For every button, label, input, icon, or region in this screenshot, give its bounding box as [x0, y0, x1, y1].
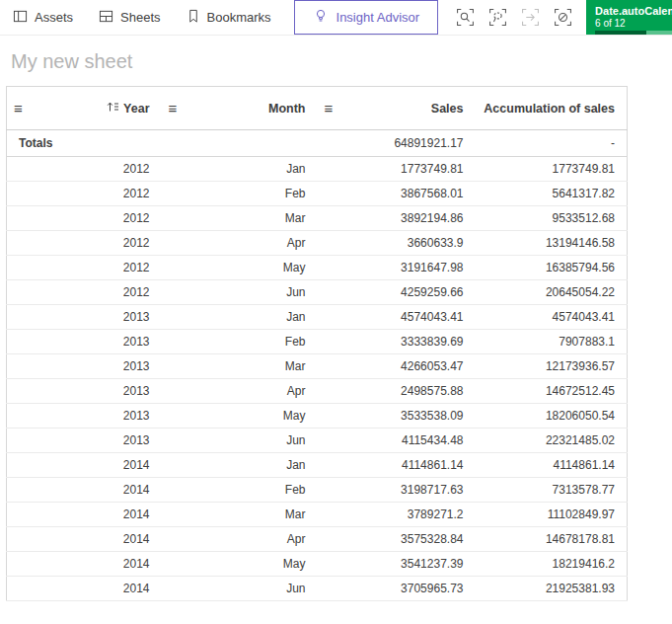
column-menu-icon[interactable]: ≡ [14, 101, 23, 116]
cell-sales: 3533538.09 [318, 404, 476, 429]
cell-accumulation: 4574043.41 [476, 305, 628, 330]
insight-advisor-button[interactable]: Insight Advisor [294, 0, 439, 35]
cell-year[interactable]: 2012 [7, 182, 162, 206]
cell-month[interactable]: Apr [162, 379, 318, 404]
cell-year[interactable]: 2014 [7, 503, 162, 527]
cell-accumulation: 7313578.77 [476, 478, 628, 503]
cell-year[interactable]: 2014 [7, 577, 162, 601]
table-row: 2014Apr3575328.8414678178.81 [7, 527, 628, 552]
bookmark-icon [187, 9, 200, 27]
lasso-selections-icon[interactable] [488, 8, 507, 27]
cell-sales: 1773749.81 [318, 157, 476, 182]
sort-ascending-icon [107, 101, 119, 116]
zoom-selections-icon[interactable] [456, 8, 475, 27]
cell-month[interactable]: Mar [162, 503, 318, 527]
cell-accumulation: 14672512.45 [476, 379, 628, 404]
table-row: 2014Jan4114861.144114861.14 [7, 453, 628, 478]
cell-year[interactable]: 2013 [7, 330, 162, 354]
column-header-sales[interactable]: ≡ Sales [318, 87, 476, 130]
cell-year[interactable]: 2013 [7, 305, 162, 330]
cell-year[interactable]: 2014 [7, 552, 162, 577]
cell-sales: 3789271.2 [318, 503, 476, 527]
assets-icon [13, 9, 28, 27]
column-menu-icon[interactable]: ≡ [169, 101, 178, 116]
selection-field-name: Date.autoCalendar.... [595, 5, 672, 17]
cell-year[interactable]: 2013 [7, 379, 162, 404]
cell-month[interactable]: May [162, 552, 318, 577]
cell-month[interactable]: Jan [162, 453, 318, 478]
pivot-table: ≡ Year ≡ Month [6, 86, 628, 601]
cell-year[interactable]: 2012 [7, 256, 162, 280]
cell-month[interactable]: Feb [162, 330, 318, 354]
sheets-button[interactable]: Sheets [86, 0, 173, 35]
cell-sales: 3191647.98 [318, 256, 476, 280]
cell-year[interactable]: 2013 [7, 429, 162, 453]
cell-month[interactable]: Apr [162, 231, 318, 256]
cell-month[interactable]: Jan [162, 157, 318, 182]
cell-month[interactable]: May [162, 256, 318, 280]
cell-sales: 4114861.14 [318, 453, 476, 478]
cell-accumulation: 7907883.1 [476, 330, 628, 354]
cell-year[interactable]: 2012 [7, 206, 162, 231]
cell-month[interactable]: Mar [162, 206, 318, 231]
table-row: 2012Jan1773749.811773749.81 [7, 157, 628, 182]
table-row: 2012Apr3660633.913194146.58 [7, 231, 628, 256]
column-label-sales: Sales [431, 102, 464, 116]
cell-month[interactable]: Apr [162, 527, 318, 552]
cell-month[interactable]: Feb [162, 478, 318, 503]
cell-sales: 3198717.63 [318, 478, 476, 503]
cell-month[interactable]: May [162, 404, 318, 429]
cell-month[interactable]: Jun [162, 280, 318, 305]
cell-year[interactable]: 2014 [7, 478, 162, 503]
cell-sales: 3892194.86 [318, 206, 476, 231]
clear-selections-icon[interactable] [554, 8, 572, 27]
column-label-month: Month [268, 102, 305, 116]
column-header-year[interactable]: ≡ Year [7, 87, 162, 130]
cell-year[interactable]: 2014 [7, 453, 162, 478]
cell-year[interactable]: 2014 [7, 527, 162, 552]
totals-label: Totals [7, 130, 162, 157]
column-header-month[interactable]: ≡ Month [162, 87, 318, 130]
table-row: 2014Jun3705965.7321925381.93 [7, 577, 628, 601]
bookmarks-label: Bookmarks [207, 10, 271, 25]
table-row: 2014Feb3198717.637313578.77 [7, 478, 628, 503]
selection-progress-fill [595, 31, 646, 35]
cell-year[interactable]: 2012 [7, 157, 162, 182]
cell-accumulation: 18219416.2 [476, 552, 628, 577]
selection-progress-bar [595, 31, 672, 35]
cell-year[interactable]: 2013 [7, 354, 162, 379]
table-row: 2013Mar4266053.4712173936.57 [7, 354, 628, 379]
column-menu-icon[interactable]: ≡ [325, 101, 334, 116]
selection-badge[interactable]: Date.autoCalendar.... 6 of 12 ✕ [586, 0, 672, 35]
step-selections-icon[interactable] [521, 8, 540, 27]
cell-year[interactable]: 2012 [7, 231, 162, 256]
cell-sales: 3660633.9 [318, 231, 476, 256]
cell-month[interactable]: Jan [162, 305, 318, 330]
cell-year[interactable]: 2013 [7, 404, 162, 429]
cell-accumulation: 21925381.93 [476, 577, 628, 601]
cell-month[interactable]: Jun [162, 429, 318, 453]
column-label-accumulation: Accumulation of sales [484, 102, 615, 116]
cell-sales: 3541237.39 [318, 552, 476, 577]
cell-month[interactable]: Feb [162, 182, 318, 206]
bookmarks-button[interactable]: Bookmarks [174, 0, 284, 35]
cell-year[interactable]: 2012 [7, 280, 162, 305]
cell-month[interactable]: Jun [162, 577, 318, 601]
table-row: 2014May3541237.3918219416.2 [7, 552, 628, 577]
assets-button[interactable]: Assets [0, 0, 86, 35]
cell-sales: 3575328.84 [318, 527, 476, 552]
page-title: My new sheet [11, 50, 672, 73]
cell-sales: 4266053.47 [318, 354, 476, 379]
cell-accumulation: 9533512.68 [476, 206, 628, 231]
totals-sales: 64891921.17 [318, 130, 476, 157]
table-row: 2014Mar3789271.211102849.97 [7, 503, 628, 527]
cell-accumulation: 13194146.58 [476, 231, 628, 256]
cell-sales: 2498575.88 [318, 379, 476, 404]
cell-accumulation: 12173936.57 [476, 354, 628, 379]
column-header-accumulation[interactable]: Accumulation of sales [476, 87, 628, 130]
cell-sales: 3867568.01 [318, 182, 476, 206]
cell-month[interactable]: Mar [162, 354, 318, 379]
cell-accumulation: 1773749.81 [476, 157, 628, 182]
totals-row: Totals 64891921.17 - [7, 130, 628, 157]
table-row: 2012Jun4259259.6620645054.22 [7, 280, 628, 305]
